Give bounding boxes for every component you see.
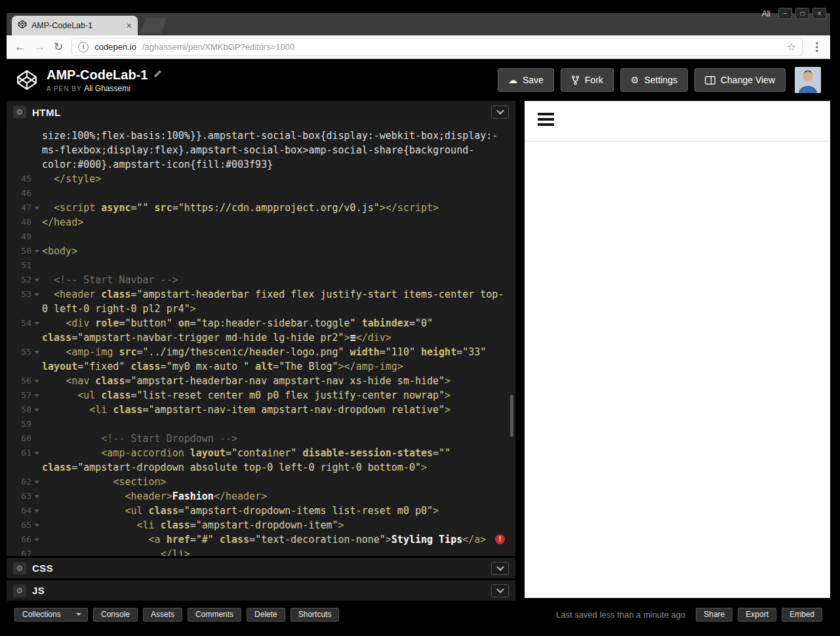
delete-button[interactable]: Delete [247,608,285,622]
minimize-button[interactable]: − [778,8,792,19]
html-settings-gear-icon[interactable]: ⚙ [13,106,26,119]
settings-button[interactable]: ⚙ Settings [620,68,688,92]
browser-menu-icon[interactable]: ⋮ [811,40,822,54]
css-collapse-button[interactable] [491,562,509,575]
fold-arrow-icon[interactable] [31,287,42,302]
line-number: 51 [7,258,31,273]
code-row[interactable]: layout="fixed" class="my0 mx-auto " alt=… [7,359,515,374]
collections-dropdown[interactable]: Collections [14,608,88,622]
html-collapse-button[interactable] [491,106,509,119]
embed-button[interactable]: Embed [782,608,822,622]
main-split: ⚙ HTML size:100%;flex-basis:100%}}.ampst… [7,101,830,605]
html-code-editor[interactable]: size:100%;flex-basis:100%}}.ampstart-soc… [7,123,515,556]
back-button[interactable]: ← [14,41,26,54]
code-row[interactable]: 51 [7,258,515,273]
code-row[interactable]: 53 <header class="ampstart-headerbar fix… [7,287,515,302]
code-row[interactable]: 63 <header>Fashion</header> [7,489,515,504]
fork-button[interactable]: Fork [561,68,614,92]
reload-button[interactable]: ↻ [54,40,63,54]
code-row[interactable]: 62 <section> [7,475,515,489]
js-settings-gear-icon[interactable]: ⚙ [13,584,26,597]
tab-title: AMP-CodeLab-1 [31,21,122,30]
css-panel-header[interactable]: ⚙ CSS [7,556,515,578]
fold-arrow-icon[interactable] [31,489,42,504]
code-row[interactable]: ms-flexbox;display:flex}.ampstart-social… [7,143,515,157]
export-button[interactable]: Export [738,608,776,622]
code-row[interactable]: 61 <amp-accordion layout="container" dis… [7,446,515,460]
code-row[interactable]: 0 left-0 right-0 pl2 pr4"> [7,302,515,316]
js-collapse-button[interactable] [491,584,509,597]
fold-arrow-icon[interactable] [31,273,42,287]
js-panel-header[interactable]: ⚙ JS [7,578,515,601]
code-row[interactable]: 57 <ul class="list-reset center m0 p0 fl… [7,388,515,403]
code-row[interactable]: size:100%;flex-basis:100%}}.ampstart-soc… [7,129,515,143]
code-row[interactable]: 56 <nav class="ampstart-headerbar-nav am… [7,374,515,388]
js-panel-label: JS [32,585,45,596]
save-button[interactable]: ☁ Save [498,68,554,92]
fold-arrow-icon[interactable] [31,504,42,518]
fold-arrow-icon[interactable] [31,388,42,403]
html-panel-header[interactable]: ⚙ HTML [7,101,515,123]
code-row[interactable]: 50<body> [7,244,515,258]
comments-button[interactable]: Comments [188,608,241,622]
hamburger-menu-icon[interactable] [538,113,554,126]
fold-arrow-icon[interactable] [31,345,42,359]
browser-addressbar: ← → ↻ i codepen.io/aghassemi/pen/XMKbGP?… [7,35,830,59]
assets-button[interactable]: Assets [143,608,182,622]
line-number: 61 [7,446,31,460]
code-row[interactable]: 59 [7,417,515,431]
fold-arrow-icon[interactable] [31,446,42,460]
code-row[interactable]: 67 </li> [7,547,515,556]
code-row[interactable]: 46 [7,186,515,201]
url-path: /aghassemi/pen/XMKbGP?editors=1000 [142,42,294,52]
code-row[interactable]: 66 <a href="#" class="text-decoration-no… [7,532,515,547]
code-row[interactable]: class="ampstart-dropdown absolute top-0 … [7,460,515,475]
codepen-logo-icon[interactable] [16,69,38,91]
code-row[interactable]: 65 <li class="ampstart-dropdown-item"> [7,518,515,532]
code-row[interactable]: 45 </style> [7,172,515,186]
avatar[interactable] [795,67,821,93]
fold-arrow-icon[interactable] [31,244,42,258]
editor-scrollbar[interactable] [510,395,513,437]
forward-button[interactable]: → [34,41,45,54]
console-button[interactable]: Console [93,608,138,622]
code-row[interactable]: 49 [7,229,515,244]
line-number [7,143,31,157]
lint-error-icon[interactable]: ! [495,534,505,544]
author-link[interactable]: Ali Ghassemi [84,84,130,93]
code-row[interactable]: 60 <!-- Start Dropdown --> [7,431,515,446]
fold-arrow-icon[interactable] [31,518,42,532]
maximize-button[interactable]: □ [795,8,809,19]
code-row[interactable]: color:#000}.ampstart-icon{fill:#003f93} [7,157,515,172]
code-row[interactable]: 64 <ul class="ampstart-dropdown-items li… [7,504,515,518]
browser-tab[interactable]: AMP-CodeLab-1 × [12,16,138,35]
new-tab-button[interactable] [140,18,167,33]
code-row[interactable]: class="ampstart-navbar-trigger md-hide l… [7,330,515,345]
bookmark-star-icon[interactable]: ☆ [787,41,796,53]
edit-title-pencil-icon[interactable] [153,69,162,81]
fold-arrow-icon[interactable] [31,532,42,547]
fold-arrow-icon[interactable] [31,201,42,215]
pen-title-block: AMP-CodeLab-1 A PEN BY Ali Ghassemi [47,68,162,93]
fork-label: Fork [585,75,603,85]
fold-arrow-icon[interactable] [31,403,42,417]
css-settings-gear-icon[interactable]: ⚙ [13,562,26,575]
code-row[interactable]: 48</head> [7,215,515,229]
share-button[interactable]: Share [696,608,732,622]
code-row[interactable]: 54 <div role="button" on="tap:header-sid… [7,316,515,330]
code-row[interactable]: 52 <!-- Start Navbar --> [7,273,515,287]
shortcuts-button[interactable]: Shortcuts [290,608,340,622]
fold-arrow-icon[interactable] [31,374,42,388]
code-row[interactable]: 58 <li class="ampstart-nav-item ampstart… [7,403,515,417]
change-view-button[interactable]: Change View [694,68,786,92]
fold-arrow-icon[interactable] [31,475,42,489]
tab-close-icon[interactable]: × [127,21,132,30]
line-number [7,359,31,374]
close-button[interactable]: × [812,8,826,19]
code-row[interactable]: 55 <amp-img src="../img/thescenic/header… [7,345,515,359]
code-row[interactable]: 47 <script async="" src="https://cdn.amp… [7,201,515,215]
line-number [7,129,31,143]
url-input[interactable]: i codepen.io/aghassemi/pen/XMKbGP?editor… [71,38,803,56]
fold-arrow-icon[interactable] [31,316,42,330]
site-info-icon[interactable]: i [78,42,89,52]
